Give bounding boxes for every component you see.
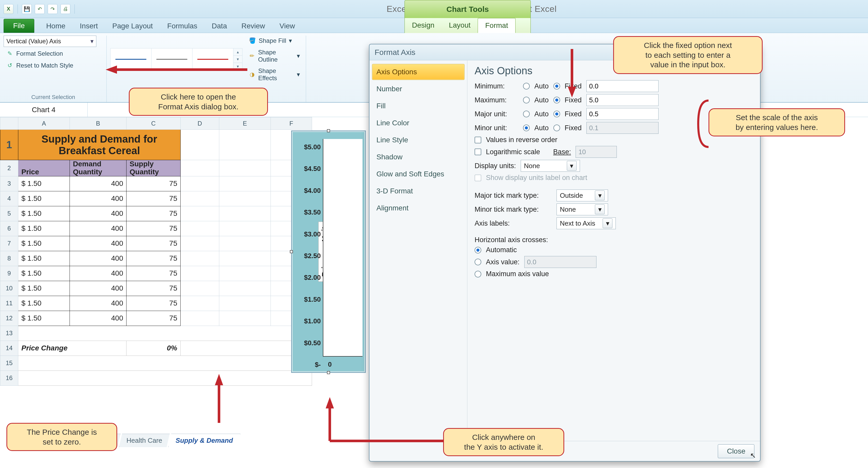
cell[interactable] — [181, 296, 219, 311]
cell[interactable]: 400 — [70, 236, 126, 251]
qat-save-button[interactable]: 💾 — [22, 4, 32, 14]
row-header-14[interactable]: 14 — [0, 341, 18, 356]
shape-fill-button[interactable]: 🪣Shape Fill ▾ — [246, 36, 302, 46]
col-header-b[interactable]: B — [70, 117, 126, 130]
dialog-nav-line-style[interactable]: Line Style — [372, 132, 465, 148]
format-selection-button[interactable]: ✎ Format Selection — [4, 49, 103, 59]
tab-review[interactable]: Review — [234, 19, 272, 33]
row-header-6[interactable]: 6 — [0, 221, 18, 236]
cell[interactable] — [219, 160, 271, 176]
cell[interactable] — [18, 356, 312, 371]
name-box[interactable]: Chart 4 — [0, 103, 88, 117]
cell[interactable] — [219, 311, 271, 326]
qat-quickprint-button[interactable]: 🖨 — [61, 4, 70, 14]
cell-header-supply[interactable]: Supply Quantity — [126, 160, 181, 176]
shape-effects-button[interactable]: ◑Shape Effects ▾ — [246, 66, 302, 83]
cell[interactable] — [181, 251, 219, 266]
axis-labels-select[interactable]: Next to Axis▾ — [557, 217, 616, 229]
tab-page-layout[interactable]: Page Layout — [105, 19, 160, 33]
chart-resize-handle[interactable] — [327, 371, 330, 374]
shape-style-swatch-3[interactable] — [192, 48, 234, 70]
min-auto-radio[interactable] — [523, 83, 530, 89]
row-header-9[interactable]: 9 — [0, 266, 18, 281]
dialog-nav-alignment[interactable]: Alignment — [372, 200, 465, 216]
max-auto-radio[interactable] — [523, 97, 530, 104]
chart-plot-area[interactable] — [323, 139, 363, 357]
cell-price-change-value[interactable]: 0% — [126, 341, 181, 356]
cell[interactable] — [219, 236, 271, 251]
cell[interactable]: $ 1.50 — [18, 296, 70, 311]
cell-header-price[interactable]: Price — [18, 160, 70, 176]
cell[interactable]: 75 — [126, 281, 181, 296]
cell[interactable] — [181, 221, 219, 236]
cell[interactable] — [181, 281, 219, 296]
chart-element-selector[interactable]: Vertical (Value) Axis ▾ — [4, 36, 96, 47]
tab-file[interactable]: File — [4, 19, 34, 33]
dialog-nav-glow-and-soft-edges[interactable]: Glow and Soft Edges — [372, 166, 465, 182]
tab-insert[interactable]: Insert — [73, 19, 105, 33]
major-unit-input[interactable] — [586, 108, 658, 120]
cell[interactable]: 75 — [126, 266, 181, 281]
major-tick-select[interactable]: Outside▾ — [557, 189, 608, 201]
cell[interactable]: $ 1.50 — [18, 221, 70, 236]
tab-chart-design[interactable]: Design — [405, 18, 442, 33]
tab-chart-layout[interactable]: Layout — [442, 18, 478, 33]
cell[interactable] — [181, 266, 219, 281]
cell[interactable]: $ 1.50 — [18, 281, 70, 296]
dialog-nav-shadow[interactable]: Shadow — [372, 149, 465, 165]
cell[interactable] — [219, 251, 271, 266]
min-value-input[interactable] — [586, 80, 658, 92]
tab-data[interactable]: Data — [205, 19, 234, 33]
select-all-corner[interactable] — [0, 117, 18, 130]
cell[interactable]: 400 — [70, 176, 126, 191]
minor-auto-radio[interactable] — [523, 124, 530, 131]
cell[interactable] — [181, 206, 219, 221]
cell[interactable]: 400 — [70, 296, 126, 311]
cell[interactable] — [181, 311, 219, 326]
cell[interactable]: $ 1.50 — [18, 311, 70, 326]
dialog-nav-axis-options[interactable]: Axis Options — [372, 64, 465, 80]
cell[interactable] — [181, 130, 219, 160]
cell[interactable] — [181, 191, 219, 206]
cell-title[interactable]: Supply and Demand for Breakfast Cereal — [18, 130, 181, 160]
crosses-value-radio[interactable] — [474, 259, 481, 265]
dialog-nav-fill[interactable]: Fill — [372, 98, 465, 114]
cell[interactable]: 400 — [70, 281, 126, 296]
cell[interactable]: 75 — [126, 296, 181, 311]
cell[interactable]: $ 1.50 — [18, 206, 70, 221]
cell[interactable]: 400 — [70, 221, 126, 236]
cell[interactable] — [219, 296, 271, 311]
col-header-c[interactable]: C — [126, 117, 181, 130]
cell[interactable]: 75 — [126, 206, 181, 221]
row-header-3[interactable]: 3 — [0, 176, 18, 191]
chart-resize-handle[interactable] — [290, 250, 293, 253]
excel-app-icon[interactable]: X — [4, 4, 13, 14]
crosses-auto-radio[interactable] — [474, 247, 481, 254]
row-header-13[interactable]: 13 — [0, 326, 18, 341]
cell[interactable]: 75 — [126, 311, 181, 326]
cell[interactable] — [181, 176, 219, 191]
cell[interactable] — [219, 266, 271, 281]
dialog-nav-number[interactable]: Number — [372, 81, 465, 97]
qat-redo-button[interactable]: ↷ — [48, 4, 58, 14]
cell[interactable]: $ 1.50 — [18, 236, 70, 251]
chart-resize-handle[interactable] — [327, 129, 330, 132]
cell-header-demand[interactable]: Demand Quantity — [70, 160, 126, 176]
reverse-order-checkbox[interactable] — [474, 137, 481, 143]
row-header-4[interactable]: 4 — [0, 191, 18, 206]
cell[interactable] — [219, 176, 271, 191]
row-header-11[interactable]: 11 — [0, 296, 18, 311]
cell[interactable] — [219, 281, 271, 296]
cell[interactable]: 75 — [126, 236, 181, 251]
cell[interactable]: 400 — [70, 191, 126, 206]
max-value-input[interactable] — [586, 94, 658, 106]
cell[interactable] — [18, 326, 312, 341]
cell[interactable]: $ 1.50 — [18, 191, 70, 206]
shape-style-gallery-more[interactable]: ▴▾▾ — [233, 48, 243, 70]
cell[interactable]: 400 — [70, 251, 126, 266]
row-header-2[interactable]: 2 — [0, 160, 18, 176]
col-header-d[interactable]: D — [181, 117, 219, 130]
min-fixed-radio[interactable] — [553, 83, 560, 89]
cell[interactable]: $ 1.50 — [18, 251, 70, 266]
cell[interactable] — [181, 236, 219, 251]
